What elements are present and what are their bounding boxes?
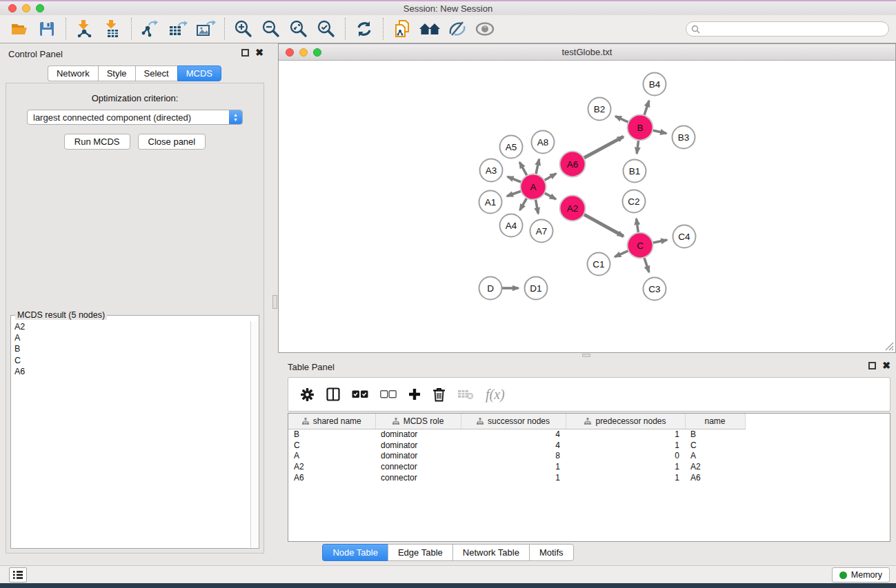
clone-network-icon[interactable] [388, 17, 416, 41]
export-network-icon[interactable] [137, 17, 164, 41]
graph-node-A7[interactable]: A7 [530, 220, 553, 243]
table-cell[interactable]: 4 [461, 429, 566, 440]
zoom-in-icon[interactable] [230, 17, 257, 41]
close-table-panel-icon[interactable]: ✖ [882, 362, 890, 369]
mcds-result-list[interactable]: A2ABCA6 [12, 321, 250, 547]
zoom-selected-icon[interactable] [312, 17, 340, 41]
export-table-icon[interactable] [164, 17, 192, 41]
graph-node-A5[interactable]: A5 [500, 136, 523, 159]
network-canvas[interactable]: B4B2BB3A8A5A6A3B1AA1C2A2A4A7C4CC1C3DD1 [279, 61, 895, 352]
column-header-shared-name[interactable]: shared name [288, 414, 375, 429]
graph-node-A[interactable]: A [521, 174, 546, 200]
function-builder-icon[interactable]: f(x) [486, 387, 505, 403]
tab-select[interactable]: Select [135, 65, 177, 81]
column-header-successor-nodes[interactable]: successor nodes [461, 414, 566, 429]
table-cell[interactable]: 4 [461, 440, 566, 451]
graph-node-B[interactable]: B [628, 115, 653, 141]
search-input[interactable] [703, 24, 888, 34]
graph-edge-B-B2[interactable] [615, 116, 628, 123]
table-cell[interactable]: B [288, 429, 375, 440]
resize-grip-icon[interactable] [884, 341, 894, 351]
tab-network-table[interactable]: Network Table [452, 544, 529, 561]
table-cell[interactable]: A [288, 450, 375, 461]
table-cell[interactable]: 1 [461, 461, 566, 472]
run-mcds-button[interactable]: Run MCDS [64, 134, 130, 150]
graph-edge-C-C1[interactable] [615, 251, 628, 257]
add-column-icon[interactable] [408, 388, 421, 401]
import-network-from-file-icon[interactable] [71, 17, 99, 41]
table-row[interactable]: Adominator80A [288, 450, 890, 461]
table-cell[interactable]: 8 [461, 450, 566, 461]
graph-edge-B-B3[interactable] [653, 130, 666, 133]
table-cell[interactable]: dominator [375, 440, 461, 451]
import-table-from-file-icon[interactable] [99, 17, 126, 41]
show-graphics-details-icon[interactable] [471, 17, 499, 41]
tab-edge-table[interactable]: Edge Table [388, 544, 452, 561]
graph-node-C4[interactable]: C4 [673, 225, 696, 248]
tab-style[interactable]: Style [98, 65, 135, 81]
graph-node-B1[interactable]: B1 [624, 160, 646, 183]
result-item[interactable]: B [12, 343, 250, 354]
graph-node-D1[interactable]: D1 [525, 277, 548, 300]
table-cell[interactable]: 1 [566, 461, 685, 472]
tab-network[interactable]: Network [48, 65, 98, 81]
graph-edge-A-A4[interactable] [520, 198, 527, 210]
home-network-icon[interactable] [416, 17, 444, 41]
table-row[interactable]: Bdominator41B [288, 429, 890, 440]
result-item[interactable]: A [12, 332, 250, 343]
result-scrollbar[interactable] [250, 321, 258, 547]
float-table-panel-icon[interactable] [868, 362, 876, 369]
table-cell[interactable]: 1 [566, 472, 685, 483]
export-image-icon[interactable] [192, 17, 219, 41]
task-history-button[interactable] [9, 567, 27, 582]
graph-node-B4[interactable]: B4 [644, 73, 666, 96]
tab-mcds[interactable]: MCDS [177, 65, 221, 81]
graph-edge-A-A3[interactable] [508, 176, 521, 182]
show-column-icon[interactable] [326, 387, 340, 401]
memory-button[interactable]: Memory [832, 567, 890, 582]
zoom-fit-content-icon[interactable] [285, 17, 312, 41]
panel-splitter-handle[interactable] [272, 295, 277, 309]
graph-edge-A-A8[interactable] [536, 159, 539, 174]
unselect-all-columns-icon[interactable] [380, 390, 397, 398]
graph-edge-C-C4[interactable] [653, 240, 667, 243]
graph-edge-A-A7[interactable] [535, 199, 538, 214]
column-header-predecessor-nodes[interactable]: predecessor nodes [566, 414, 685, 429]
graph-edge-A2-C[interactable] [584, 214, 624, 236]
graph-edge-A-A2[interactable] [544, 193, 556, 199]
table-cell[interactable]: 1 [566, 429, 685, 440]
graph-node-C3[interactable]: C3 [644, 278, 666, 301]
open-session-icon[interactable] [6, 17, 33, 41]
table-row[interactable]: Cdominator41C [288, 440, 890, 451]
table-cell[interactable]: A6 [288, 472, 375, 483]
table-cell[interactable]: A [685, 450, 745, 461]
graph-edge-A-A5[interactable] [519, 162, 527, 175]
close-panel-button[interactable]: Close panel [138, 134, 206, 150]
save-session-icon[interactable] [33, 17, 61, 41]
close-panel-icon[interactable]: ✖ [255, 49, 263, 57]
table-cell[interactable]: 0 [566, 450, 685, 461]
result-item[interactable]: C [12, 355, 250, 366]
search-field[interactable] [686, 21, 889, 37]
zoom-out-icon[interactable] [257, 17, 285, 41]
table-settings-icon[interactable] [300, 387, 315, 402]
graph-node-A8[interactable]: A8 [532, 131, 555, 154]
graph-edge-A-A6[interactable] [544, 174, 556, 181]
graph-node-A3[interactable]: A3 [480, 159, 503, 182]
node-table[interactable]: shared nameMCDS rolesuccessor nodesprede… [288, 413, 890, 542]
graph-node-A6[interactable]: A6 [560, 152, 586, 177]
graph-node-C2[interactable]: C2 [623, 190, 646, 213]
graph-node-B2[interactable]: B2 [588, 98, 611, 121]
result-item[interactable]: A6 [12, 366, 250, 377]
graph-node-B3[interactable]: B3 [673, 126, 695, 149]
tab-motifs[interactable]: Motifs [529, 544, 574, 561]
graph-node-A2[interactable]: A2 [560, 196, 586, 221]
table-cell[interactable]: dominator [375, 450, 461, 461]
float-panel-icon[interactable] [241, 49, 249, 57]
graph-node-D[interactable]: D [479, 277, 502, 300]
graph-edge-B-B4[interactable] [644, 101, 649, 115]
refresh-view-icon[interactable] [350, 17, 378, 41]
delete-table-icon[interactable] [457, 389, 474, 400]
table-cell[interactable]: A2 [685, 461, 745, 472]
graph-edge-C-C2[interactable] [637, 219, 639, 232]
